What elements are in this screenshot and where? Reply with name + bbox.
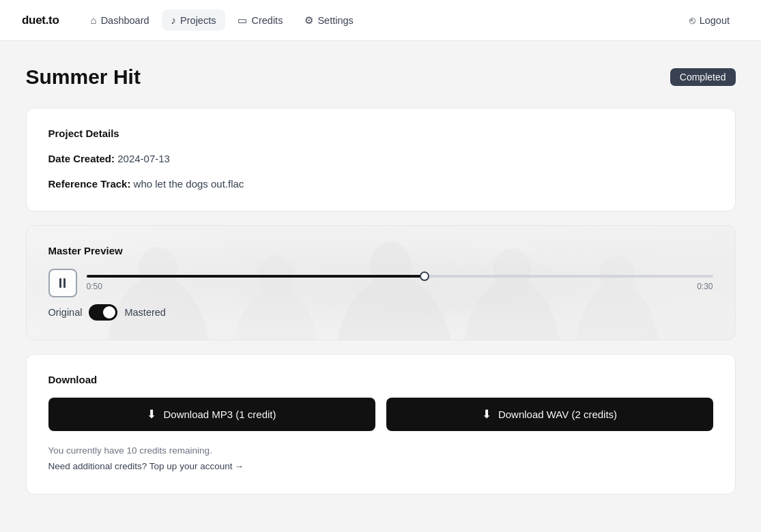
- pause-icon: [59, 278, 66, 288]
- credits-info: You currently have 10 credits remaining.…: [48, 443, 713, 475]
- progress-track[interactable]: [87, 275, 713, 278]
- download-wav-label: Download WAV (2 credits): [498, 409, 617, 420]
- download-mp3-label: Download MP3 (1 credit): [163, 409, 276, 420]
- music-icon: ♪: [171, 14, 177, 26]
- credits-remaining-text: You currently have 10 credits remaining.: [48, 443, 713, 459]
- main-content: Summer Hit Completed Project Details Dat…: [12, 41, 749, 532]
- download-buttons: ⬇ Download MP3 (1 credit) ⬇ Download WAV…: [48, 398, 713, 431]
- pause-button[interactable]: [48, 269, 77, 297]
- preview-content: Master Preview 0:50 0:30: [27, 226, 735, 340]
- date-row: Date Created: 2024-07-13: [48, 151, 713, 167]
- topup-link-text: Need additional credits? Top up your acc…: [48, 459, 233, 475]
- nav-projects[interactable]: ♪ Projects: [162, 10, 226, 31]
- progress-slider-container: 0:50 0:30: [87, 275, 713, 291]
- logout-icon: ⎋: [689, 14, 695, 26]
- original-mastered-toggle[interactable]: [89, 304, 117, 321]
- toggle-row: Original Mastered: [48, 304, 713, 321]
- nav-dashboard[interactable]: ⌂ Dashboard: [81, 10, 159, 31]
- track-label: Reference Track:: [48, 178, 131, 190]
- slider-times: 0:50 0:30: [87, 282, 713, 291]
- logout-button[interactable]: ⎋ Logout: [680, 10, 739, 31]
- download-title: Download: [48, 374, 713, 385]
- download-wav-icon: ⬇: [482, 407, 491, 422]
- preview-title: Master Preview: [48, 245, 713, 256]
- topup-link[interactable]: Need additional credits? Top up your acc…: [48, 459, 244, 475]
- toggle-knob: [103, 306, 115, 319]
- page-title: Summer Hit: [26, 65, 141, 89]
- progress-thumb[interactable]: [420, 271, 429, 281]
- download-wav-button[interactable]: ⬇ Download WAV (2 credits): [386, 398, 713, 431]
- player-row: 0:50 0:30: [48, 269, 713, 297]
- home-icon: ⌂: [91, 14, 97, 26]
- nav-credits[interactable]: ▭ Credits: [228, 10, 292, 31]
- preview-card: Master Preview 0:50 0:30: [26, 225, 736, 340]
- download-mp3-icon: ⬇: [147, 407, 156, 422]
- nav-links: ⌂ Dashboard ♪ Projects ▭ Credits ⚙ Setti…: [81, 10, 680, 31]
- download-mp3-button[interactable]: ⬇ Download MP3 (1 credit): [48, 398, 375, 431]
- toggle-original-label: Original: [48, 307, 83, 318]
- status-badge: Completed: [670, 68, 736, 86]
- card-icon: ▭: [238, 14, 247, 27]
- nav-settings[interactable]: ⚙ Settings: [295, 10, 362, 31]
- download-card: Download ⬇ Download MP3 (1 credit) ⬇ Dow…: [26, 354, 736, 494]
- progress-fill: [87, 275, 425, 278]
- page-header: Summer Hit Completed: [26, 65, 736, 89]
- project-details-title: Project Details: [48, 128, 713, 139]
- brand-logo: duet.to: [22, 14, 59, 27]
- track-value: who let the dogs out.flac: [134, 178, 244, 190]
- gear-icon: ⚙: [304, 14, 313, 27]
- topup-arrow-icon: →: [234, 459, 244, 475]
- toggle-mastered-label: Mastered: [124, 307, 165, 318]
- track-row: Reference Track: who let the dogs out.fl…: [48, 177, 713, 192]
- time-total: 0:30: [697, 282, 713, 291]
- time-current: 0:50: [87, 282, 102, 291]
- project-details-card: Project Details Date Created: 2024-07-13…: [26, 108, 736, 211]
- date-label: Date Created:: [48, 153, 115, 164]
- date-value: 2024-07-13: [117, 153, 170, 164]
- navbar: duet.to ⌂ Dashboard ♪ Projects ▭ Credits…: [0, 0, 761, 41]
